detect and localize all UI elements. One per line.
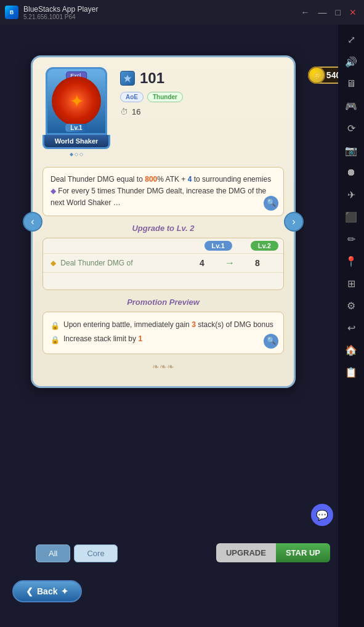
svg-marker-0 xyxy=(123,74,132,83)
desc-text-mid1: % ATK + xyxy=(157,175,187,184)
coin-icon: 🪙 xyxy=(308,67,325,84)
upgrade-button[interactable]: UPGRADE xyxy=(216,543,276,562)
sidebar-camera-icon[interactable]: 📷 xyxy=(341,140,361,160)
magnify-button[interactable]: 🔍 xyxy=(264,196,278,211)
desc-highlight-800: 800 xyxy=(145,175,157,184)
starup-button[interactable]: STAR UP xyxy=(276,543,330,562)
upgrade-title: Upgrade to Lv. 2 xyxy=(42,224,284,233)
sidebar-settings-icon[interactable]: ⚙ xyxy=(341,296,361,315)
nav-right-arrow[interactable]: › xyxy=(284,212,304,232)
promotion-section: Promotion Preview 🔒 Upon entering battle… xyxy=(42,297,284,354)
promotion-box: 🔒 Upon entering battle, immediately gain… xyxy=(42,312,284,354)
maximize-btn[interactable]: □ xyxy=(333,7,343,17)
upgrade-val-next: 8 xyxy=(239,258,276,268)
sidebar-sound-icon[interactable]: 🔊 xyxy=(341,52,361,71)
skill-level-number: 101 xyxy=(140,70,164,87)
hero-name: World Shaker xyxy=(55,137,99,145)
desc-bullet-text: For every 5 times Thunder DMG dealt, inc… xyxy=(51,187,266,207)
bottom-tabs: All Core xyxy=(36,544,118,562)
sidebar-edit-icon[interactable]: ✏ xyxy=(341,229,361,249)
sidebar-rotate-icon[interactable]: ⟳ xyxy=(341,118,361,138)
app-title: BlueStacks App Player xyxy=(23,5,294,14)
promo-text-2: Increase stack limit by 1 xyxy=(63,333,142,346)
bluestacks-logo: B xyxy=(5,6,18,19)
action-buttons: UPGRADE STAR UP xyxy=(216,543,330,562)
portrait-dots: ◆ ◇ ◇ xyxy=(70,152,83,157)
upgrade-section: Upgrade to Lv. 2 Lv.1 Lv.2 ◆ Deal Thunde… xyxy=(42,224,284,290)
stats-header: 101 xyxy=(120,70,284,87)
upgrade-row-empty xyxy=(43,272,283,289)
skill-card: ‹ › Excl. ✦ Lv.1 World Shaker ◆ ◇ ◇ xyxy=(31,55,296,388)
card-header: Excl. ✦ Lv.1 World Shaker ◆ ◇ ◇ xyxy=(42,67,284,157)
skill-icon xyxy=(120,71,135,86)
window-controls: ← — □ ✕ xyxy=(299,7,359,17)
portrait-frame: Excl. ✦ Lv.1 xyxy=(46,67,107,135)
current-level-badge: Lv.1 xyxy=(204,241,232,251)
upgrade-table: Lv.1 Lv.2 ◆ Deal Thunder DMG of 4 → 8 xyxy=(42,238,284,290)
lock-icon-1: 🔒 xyxy=(51,320,60,333)
upgrade-arrow-icon: → xyxy=(220,257,239,269)
promotion-title: Promotion Preview xyxy=(42,297,284,307)
sidebar-home-icon[interactable]: 🏠 xyxy=(341,340,361,360)
stats-section: 101 AoE Thunder ⏱ 16 xyxy=(120,67,284,157)
back-button[interactable]: ❮ Back ✦ xyxy=(12,580,82,602)
sidebar-location-icon[interactable]: 📍 xyxy=(341,251,361,271)
back-label: Back xyxy=(37,586,57,596)
close-btn[interactable]: ✕ xyxy=(347,7,359,17)
promo-row-2: 🔒 Increase stack limit by 1 xyxy=(51,333,276,347)
tab-all[interactable]: All xyxy=(36,544,70,562)
promotion-magnify-button[interactable]: 🔍 xyxy=(264,334,278,349)
upgrade-val-current: 4 xyxy=(184,258,220,268)
sidebar-gamepad-icon[interactable]: 🎮 xyxy=(341,96,361,116)
portrait-spark-icon: ✦ xyxy=(70,91,84,111)
sidebar-fullscreen-icon[interactable]: ⤢ xyxy=(341,30,361,49)
sidebar-record-icon[interactable]: ⏺ xyxy=(341,163,361,182)
promo-text-1: Upon entering battle, immediately gain 3… xyxy=(63,318,273,332)
promo-row-1: 🔒 Upon entering battle, immediately gain… xyxy=(51,318,276,333)
upgrade-table-header: Lv.1 Lv.2 xyxy=(43,238,283,253)
portrait-inner: ✦ xyxy=(52,76,101,126)
back-chevron-icon: ❮ xyxy=(26,586,33,596)
sidebar-airplane-icon[interactable]: ✈ xyxy=(341,185,361,204)
sidebar-layers-icon[interactable]: ⬛ xyxy=(341,207,361,227)
sidebar-grid-icon[interactable]: ⊞ xyxy=(341,273,361,293)
main-area: 🪙 5402 ‹ › Excl. ✦ Lv.1 World Shaker xyxy=(0,25,364,627)
tab-core[interactable]: Core xyxy=(74,544,117,562)
hero-portrait-section: Excl. ✦ Lv.1 World Shaker ◆ ◇ ◇ xyxy=(42,67,110,157)
upgrade-row-label: ◆ Deal Thunder DMG of xyxy=(51,259,184,267)
app-version: 5.21.656.1001 P64 xyxy=(23,14,294,20)
nav-left-arrow[interactable]: ‹ xyxy=(23,212,42,232)
title-bar: B BlueStacks App Player 5.21.656.1001 P6… xyxy=(0,0,364,25)
upgrade-row-1: ◆ Deal Thunder DMG of 4 → 8 xyxy=(43,253,283,272)
cooldown-row: ⏱ 16 xyxy=(120,107,284,116)
lock-icon-2: 🔒 xyxy=(51,334,60,347)
bullet-icon: ◆ xyxy=(51,259,56,267)
desc-text-prefix: Deal Thunder DMG equal to xyxy=(51,175,145,184)
cooldown-value: 16 xyxy=(132,107,140,116)
aoe-tag: AoE xyxy=(120,92,144,102)
portrait-upgrade-area: World Shaker xyxy=(42,135,110,149)
hero-level-badge: Lv.1 xyxy=(65,124,87,132)
next-level-badge: Lv.2 xyxy=(251,241,278,251)
minimize-btn[interactable]: — xyxy=(316,7,330,17)
desc-text-mid2: to surrounding enemies xyxy=(192,175,271,184)
desc-diamond-icon: ◆ xyxy=(51,187,56,195)
tags-row: AoE Thunder xyxy=(120,92,284,102)
sidebar-display-icon[interactable]: 🖥 xyxy=(341,74,361,94)
discord-icon[interactable]: 💬 xyxy=(311,504,333,526)
card-decoration: ❧❧❧ xyxy=(42,362,284,371)
skill-description-box: Deal Thunder DMG equal to 800% ATK + 4 t… xyxy=(42,167,284,216)
sidebar-apps-icon[interactable]: 📋 xyxy=(341,362,361,382)
back-sparkle-icon: ✦ xyxy=(61,586,68,596)
thunder-tag: Thunder xyxy=(147,92,183,102)
clock-icon: ⏱ xyxy=(120,107,128,116)
sidebar-back-icon[interactable]: ↩ xyxy=(341,318,361,338)
right-sidebar: ⤢ 🔊 🖥 🎮 ⟳ 📷 ⏺ ✈ ⬛ ✏ 📍 ⊞ 💬 ⚙ ↩ 🏠 📋 xyxy=(338,25,364,627)
back-title-btn[interactable]: ← xyxy=(299,7,312,17)
